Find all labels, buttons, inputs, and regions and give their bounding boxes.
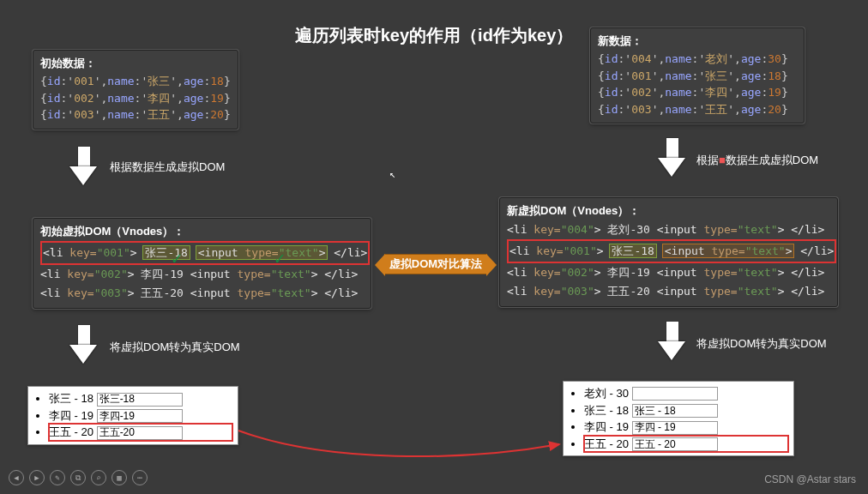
text-input[interactable] bbox=[632, 421, 718, 435]
list-item: 李四 - 19 bbox=[584, 419, 788, 436]
list-item: 张三 - 18 bbox=[584, 402, 788, 419]
cursor-icon: ↖ bbox=[389, 168, 395, 180]
arrow-label-right-2: 将虚拟DOM转为真实DOM bbox=[696, 336, 827, 352]
check-icon: ✓ bbox=[172, 248, 182, 268]
text-input[interactable] bbox=[632, 404, 718, 418]
toolbar-grid-icon[interactable]: ▦ bbox=[112, 470, 127, 485]
arrow-down-right-1 bbox=[659, 137, 684, 178]
vnode-line: <li key="001"> 张三-18 <input type="text">… bbox=[40, 241, 364, 265]
page-title: 遍历列表时key的作用（id作为key） bbox=[295, 24, 574, 47]
watermark: CSDN @Astar stars bbox=[764, 473, 856, 485]
data-row: {id:'001',name:'张三',age:18} bbox=[40, 73, 231, 90]
vnode-line: <li key="002"> 李四-19 <input type="text">… bbox=[40, 265, 364, 284]
check-icon: ✓ bbox=[274, 248, 285, 268]
list-item: 张三 - 18 bbox=[49, 390, 232, 407]
toolbar-more-icon[interactable]: ⋯ bbox=[132, 470, 148, 485]
new-vnodes-header: 新虚拟DOM（Vnodes）： bbox=[507, 203, 830, 219]
data-row: {id:'003',name:'王五',age:20} bbox=[598, 101, 797, 118]
new-data-header: 新数据： bbox=[598, 33, 797, 49]
diff-algorithm-arrow: 虚拟DOM对比算法 bbox=[384, 254, 487, 274]
text-input[interactable] bbox=[97, 426, 183, 440]
text-input[interactable] bbox=[632, 387, 718, 401]
toolbar-next-icon[interactable]: ▶ bbox=[29, 470, 45, 485]
arrow-down-right-2 bbox=[659, 321, 684, 362]
real-dom-right: 老刘 - 30 张三 - 18 李四 - 19 王五 - 20 bbox=[563, 381, 794, 456]
vnode-line: <li key="003"> 王五-20 <input type="text">… bbox=[507, 282, 830, 301]
list-item: 李四 - 19 bbox=[49, 407, 232, 425]
text-input[interactable] bbox=[632, 437, 718, 451]
vnode-line: <li key="001"> 张三-18 <input type="text">… bbox=[507, 239, 830, 263]
text-input[interactable] bbox=[97, 409, 183, 423]
arrow-down-left-2 bbox=[70, 324, 96, 365]
real-dom-left: 张三 - 18 李四 - 19 王五 - 20 bbox=[27, 386, 238, 445]
arrow-down-left-1 bbox=[70, 146, 96, 187]
new-data-box: 新数据： {id:'004',name:'老刘',age:30}{id:'001… bbox=[590, 27, 805, 124]
list-item: 老刘 - 30 bbox=[584, 385, 788, 402]
initial-data-header: 初始数据： bbox=[40, 56, 231, 71]
toolbar-copy-icon[interactable]: ⧉ bbox=[70, 470, 86, 485]
toolbar-prev-icon[interactable]: ◀ bbox=[9, 470, 24, 485]
new-vnodes-box: 新虚拟DOM（Vnodes）： <li key="004"> 老刘-30 <in… bbox=[499, 197, 838, 307]
data-row: {id:'002',name:'李四',age:19} bbox=[598, 84, 797, 101]
data-row: {id:'002',name:'李四',age:19} bbox=[40, 90, 231, 107]
arrow-label-left-1: 根据数据生成虚拟DOM bbox=[110, 160, 225, 175]
vnode-line: <li key="002"> 李四-19 <input type="text">… bbox=[507, 263, 830, 282]
arrow-label-right-1: 根据■数据生成虚拟DOM bbox=[696, 153, 818, 168]
toolbar-search-icon[interactable]: ⌕ bbox=[91, 470, 106, 485]
vnode-line: <li key="003"> 王五-20 <input type="text">… bbox=[40, 284, 364, 303]
toolbar-pencil-icon[interactable]: ✎ bbox=[50, 470, 65, 485]
list-item: 王五 - 20 bbox=[49, 424, 232, 441]
data-row: {id:'001',name:'张三',age:18} bbox=[598, 68, 797, 85]
data-row: {id:'003',name:'王五',age:20} bbox=[40, 106, 231, 124]
initial-data-box: 初始数据： {id:'001',name:'张三',age:18}{id:'00… bbox=[33, 50, 238, 130]
arrow-label-left-2: 将虚拟DOM转为真实DOM bbox=[110, 340, 240, 355]
data-row: {id:'004',name:'老刘',age:30} bbox=[598, 51, 797, 68]
text-input[interactable] bbox=[97, 393, 183, 407]
toolbar: ◀ ▶ ✎ ⧉ ⌕ ▦ ⋯ bbox=[9, 470, 148, 485]
vnode-line: <li key="004"> 老刘-30 <input type="text">… bbox=[507, 220, 830, 239]
initial-vnodes-box: 初始虚拟DOM（Vnodes）： <li key="001"> 张三-18 <i… bbox=[33, 218, 371, 309]
initial-vnodes-header: 初始虚拟DOM（Vnodes）： bbox=[40, 224, 364, 239]
list-item: 王五 - 20 bbox=[584, 436, 788, 453]
